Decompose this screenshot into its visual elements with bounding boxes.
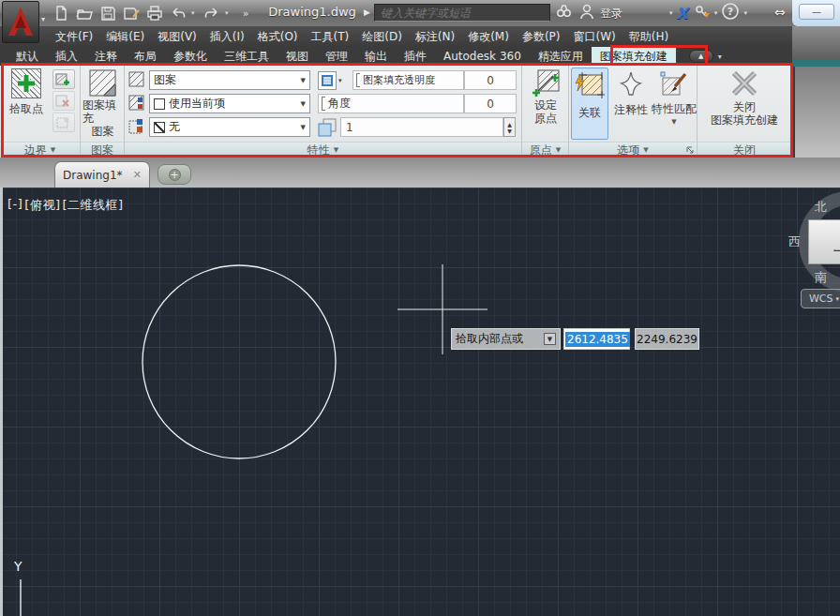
tab-plugins[interactable]: 插件 bbox=[396, 47, 435, 66]
app-menu-caret-icon[interactable]: ▾ bbox=[41, 15, 45, 23]
properties-panel-label[interactable]: 特性 ▼ bbox=[125, 142, 521, 158]
user-icon[interactable] bbox=[578, 1, 596, 25]
pick-points-button[interactable]: 拾取点 bbox=[3, 68, 50, 115]
undo-icon[interactable] bbox=[168, 3, 188, 23]
exchange-dropdown-icon[interactable]: ▾ bbox=[714, 9, 718, 17]
menu-modify[interactable]: 修改(M) bbox=[461, 29, 516, 45]
tab-manage[interactable]: 管理 bbox=[317, 47, 356, 66]
tab-parametric[interactable]: 参数化 bbox=[165, 47, 216, 66]
prompt-options-icon[interactable]: ▼ bbox=[544, 333, 556, 345]
transparency-icon bbox=[322, 75, 333, 86]
transparency-slider[interactable]: 图案填充透明度 bbox=[352, 70, 464, 90]
application-menu-button[interactable] bbox=[2, 1, 39, 43]
boundaries-panel-label[interactable]: 边界 ▼ bbox=[0, 142, 80, 158]
menu-window[interactable]: 窗口(W) bbox=[567, 29, 622, 45]
origin-panel-label[interactable]: 原点 ▼ bbox=[522, 142, 568, 158]
select-boundary-objects-button[interactable] bbox=[52, 69, 75, 89]
help-icon[interactable]: ? bbox=[721, 2, 740, 24]
annotative-icon bbox=[617, 70, 645, 100]
ribbon-collapse-caret-icon[interactable]: ▾ bbox=[718, 53, 722, 61]
tab-layout[interactable]: 布局 bbox=[126, 47, 165, 66]
angle-slider[interactable]: 角度 bbox=[318, 94, 464, 113]
viewcube-west-label[interactable]: 西 bbox=[788, 233, 801, 250]
tab-3d-tools[interactable]: 三维工具 bbox=[216, 47, 278, 66]
save-as-icon[interactable] bbox=[121, 3, 142, 23]
match-properties-button[interactable]: 特性匹配 ▼ bbox=[652, 68, 697, 128]
sign-in-label[interactable]: 登录 bbox=[600, 6, 622, 22]
ribbon-tab-bar: 默认 插入 注释 布局 参数化 三维工具 视图 管理 输出 插件 Autodes… bbox=[0, 47, 840, 66]
menu-bar: 文件(F) 编辑(E) 视图(V) 插入(I) 格式(O) 工具(T) 绘图(D… bbox=[0, 26, 840, 47]
drawing-file-tab[interactable]: Drawing1* ✕ bbox=[54, 161, 150, 188]
tab-view[interactable]: 视图 bbox=[278, 47, 317, 66]
save-icon[interactable] bbox=[98, 3, 118, 23]
infocenter-search-input[interactable] bbox=[374, 4, 550, 22]
annotative-button[interactable]: 注释性 bbox=[611, 68, 651, 116]
hatch-pattern-button[interactable]: 图案填充 图案 bbox=[82, 68, 123, 138]
plot-icon[interactable] bbox=[144, 3, 165, 23]
plus-icon: + bbox=[169, 169, 181, 181]
tab-home[interactable]: 默认 bbox=[8, 47, 47, 66]
menu-parametric[interactable]: 参数(P) bbox=[516, 29, 567, 45]
new-file-icon[interactable] bbox=[51, 3, 71, 23]
tab-output[interactable]: 输出 bbox=[356, 47, 396, 66]
tab-hatch-creation[interactable]: 图案填充创建 bbox=[592, 47, 676, 66]
menu-file[interactable]: 文件(F) bbox=[49, 29, 99, 45]
title-dropdown-icon[interactable]: ▶ bbox=[364, 8, 370, 17]
help-dropdown-icon[interactable]: ▾ bbox=[743, 9, 747, 17]
associative-button[interactable]: 关联 bbox=[571, 68, 608, 140]
tab-insert[interactable]: 插入 bbox=[47, 47, 86, 66]
options-panel-label[interactable]: 选项 ▼ bbox=[569, 142, 697, 158]
file-tab-bar: Drawing1* ✕ + bbox=[0, 158, 840, 188]
drawing-canvas[interactable]: [-] [俯视] [二维线框] Y 拾取内部点或 ▼ 2612.4835 224… bbox=[0, 188, 840, 616]
dynamic-input-x-field[interactable]: 2612.4835 bbox=[563, 328, 630, 350]
tab-annotate[interactable]: 注释 bbox=[86, 47, 126, 66]
tab-autodesk360[interactable]: Autodesk 360 bbox=[435, 47, 530, 66]
open-file-icon[interactable] bbox=[74, 3, 95, 23]
hatch-type-combo[interactable]: 图案 ▼ bbox=[149, 70, 310, 90]
angle-value[interactable]: 0 bbox=[464, 94, 517, 113]
associative-icon bbox=[575, 70, 605, 102]
transparency-split-button[interactable]: ▾ bbox=[318, 70, 350, 90]
undo-dropdown-icon[interactable]: ▾ bbox=[191, 9, 199, 17]
panel-expand-icon: ▼ bbox=[643, 146, 648, 154]
dynamic-input-y-field[interactable]: 2249.6239 bbox=[635, 328, 699, 350]
search-icon[interactable] bbox=[553, 1, 574, 25]
new-drawing-tab-button[interactable]: + bbox=[158, 164, 191, 185]
hatch-color-combo[interactable]: 使用当前项 ▼ bbox=[149, 94, 310, 113]
title-bar: ▾ ▾ » Drawing1.dwg ▶ 登录 ▾ X ▾ ? bbox=[0, 0, 840, 26]
minimize-button[interactable]: — bbox=[799, 4, 834, 20]
transparency-value[interactable]: 0 bbox=[464, 70, 517, 90]
set-origin-button[interactable]: 设定 原点 bbox=[524, 68, 567, 125]
background-color-combo[interactable]: 无 ▼ bbox=[149, 117, 310, 137]
dialog-launcher-icon[interactable] bbox=[685, 145, 695, 155]
ribbon-collapse-button[interactable]: ▲ bbox=[689, 50, 713, 63]
combo-caret-icon: ▼ bbox=[301, 124, 306, 131]
viewcube-south-label[interactable]: 南 bbox=[815, 269, 827, 286]
wcs-menu[interactable]: WCS ▾ bbox=[801, 289, 840, 308]
menu-tools[interactable]: 工具(T) bbox=[305, 29, 356, 45]
panel-pattern: 图案填充 图案 图案 bbox=[81, 66, 125, 158]
exchange-apps-icon[interactable] bbox=[692, 2, 711, 24]
svg-text:?: ? bbox=[728, 6, 733, 18]
menu-view[interactable]: 视图(V) bbox=[151, 29, 203, 45]
menu-help[interactable]: 帮助(H) bbox=[622, 29, 675, 45]
circle-entity[interactable] bbox=[142, 265, 336, 458]
menu-insert[interactable]: 插入(I) bbox=[203, 29, 251, 45]
viewcube-top-face[interactable]: 上 bbox=[808, 219, 840, 264]
scale-spinner[interactable]: ▲▼ bbox=[503, 117, 516, 137]
window-chrome-strip bbox=[792, 26, 840, 61]
exchange-x-icon[interactable]: X bbox=[677, 5, 688, 23]
menu-draw[interactable]: 绘图(D) bbox=[355, 29, 409, 45]
tab-close-icon[interactable]: ✕ bbox=[133, 169, 142, 181]
redo-dropdown-icon[interactable]: ▾ bbox=[225, 9, 232, 17]
dynamic-input-prompt: 拾取内部点或 ▼ bbox=[451, 328, 561, 350]
hatch-scale-input[interactable]: 1 bbox=[340, 117, 503, 137]
tab-featured-apps[interactable]: 精选应用 bbox=[530, 47, 592, 66]
close-hatch-creation-button[interactable]: 关闭 图案填充创建 bbox=[699, 69, 789, 127]
menu-edit[interactable]: 编辑(E) bbox=[99, 29, 151, 45]
signin-dropdown-icon[interactable]: ▾ bbox=[669, 9, 673, 17]
menu-dimension[interactable]: 标注(N) bbox=[409, 29, 461, 45]
viewcube-north-label[interactable]: 北 bbox=[815, 199, 827, 216]
redo-icon[interactable] bbox=[202, 3, 222, 23]
menu-format[interactable]: 格式(O) bbox=[251, 29, 305, 45]
